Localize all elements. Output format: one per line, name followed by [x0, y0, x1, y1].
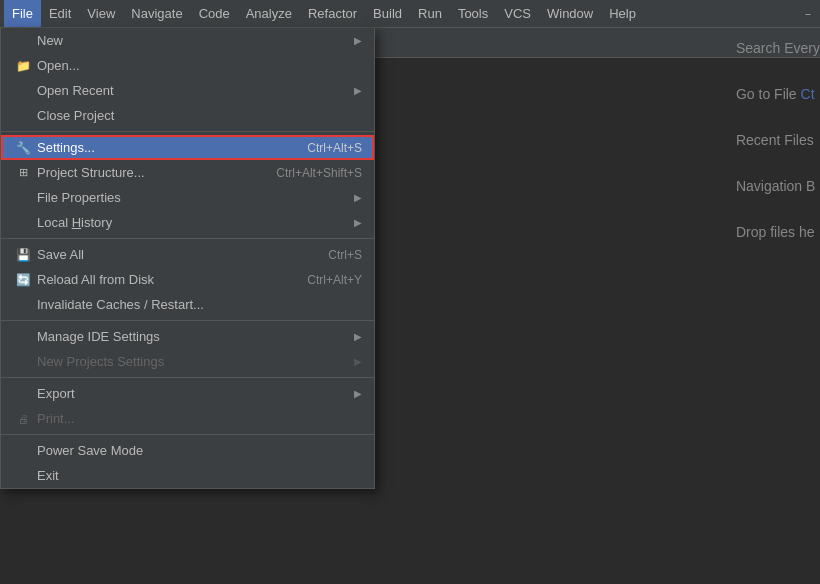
menu-run[interactable]: Run: [410, 0, 450, 27]
menu-vcs[interactable]: VCS: [496, 0, 539, 27]
shortcut-go-to-file: Go to File Ct: [736, 86, 820, 102]
menu-help[interactable]: Help: [601, 0, 644, 27]
menu-item-settings[interactable]: 🔧 Settings... Ctrl+Alt+S: [1, 135, 374, 160]
folder-icon: 📁: [13, 59, 33, 73]
wrench-icon: 🔧: [13, 141, 33, 155]
menu-item-file-properties[interactable]: File Properties ▶: [1, 185, 374, 210]
menu-view[interactable]: View: [79, 0, 123, 27]
menu-edit[interactable]: Edit: [41, 0, 79, 27]
menu-item-manage-ide[interactable]: Manage IDE Settings ▶: [1, 324, 374, 349]
separator-1: [1, 131, 374, 132]
separator-2: [1, 238, 374, 239]
menu-item-project-structure[interactable]: ⊞ Project Structure... Ctrl+Alt+Shift+S: [1, 160, 374, 185]
menu-code[interactable]: Code: [191, 0, 238, 27]
menu-refactor[interactable]: Refactor: [300, 0, 365, 27]
menu-item-new-projects: New Projects Settings ▶: [1, 349, 374, 374]
print-icon: 🖨: [13, 413, 33, 425]
menu-item-power-save[interactable]: Power Save Mode: [1, 438, 374, 463]
minimize-button[interactable]: −: [800, 6, 816, 22]
reload-icon: 🔄: [13, 273, 33, 287]
shortcut-search-everywhere: Search Every: [736, 40, 820, 56]
menu-navigate[interactable]: Navigate: [123, 0, 190, 27]
menu-analyze[interactable]: Analyze: [238, 0, 300, 27]
menu-build[interactable]: Build: [365, 0, 410, 27]
shortcut-navigation-bar: Navigation B: [736, 178, 820, 194]
menu-item-close-project[interactable]: Close Project: [1, 103, 374, 128]
menu-item-new[interactable]: New ▶: [1, 28, 374, 53]
menu-item-invalidate[interactable]: Invalidate Caches / Restart...: [1, 292, 374, 317]
menu-item-save-all[interactable]: 💾 Save All Ctrl+S: [1, 242, 374, 267]
right-shortcuts-panel: Search Every Go to File Ct Recent Files …: [736, 40, 820, 240]
menu-item-open[interactable]: 📁 Open...: [1, 53, 374, 78]
menu-item-open-recent[interactable]: Open Recent ▶: [1, 78, 374, 103]
menu-item-reload[interactable]: 🔄 Reload All from Disk Ctrl+Alt+Y: [1, 267, 374, 292]
separator-4: [1, 377, 374, 378]
shortcut-drop-files: Drop files he: [736, 224, 820, 240]
menu-bar: File Edit View Navigate Code Analyze Ref…: [0, 0, 820, 28]
menu-tools[interactable]: Tools: [450, 0, 496, 27]
menu-item-export[interactable]: Export ▶: [1, 381, 374, 406]
menu-window[interactable]: Window: [539, 0, 601, 27]
menu-item-print: 🖨 Print...: [1, 406, 374, 431]
menu-item-exit[interactable]: Exit: [1, 463, 374, 488]
shortcut-recent-files: Recent Files: [736, 132, 820, 148]
separator-3: [1, 320, 374, 321]
save-icon: 💾: [13, 248, 33, 262]
project-structure-icon: ⊞: [13, 166, 33, 179]
file-dropdown-menu: New ▶ 📁 Open... Open Recent ▶ Close Proj…: [0, 28, 375, 489]
separator-5: [1, 434, 374, 435]
menu-item-local-history[interactable]: Local History ▶: [1, 210, 374, 235]
menu-file[interactable]: File: [4, 0, 41, 27]
